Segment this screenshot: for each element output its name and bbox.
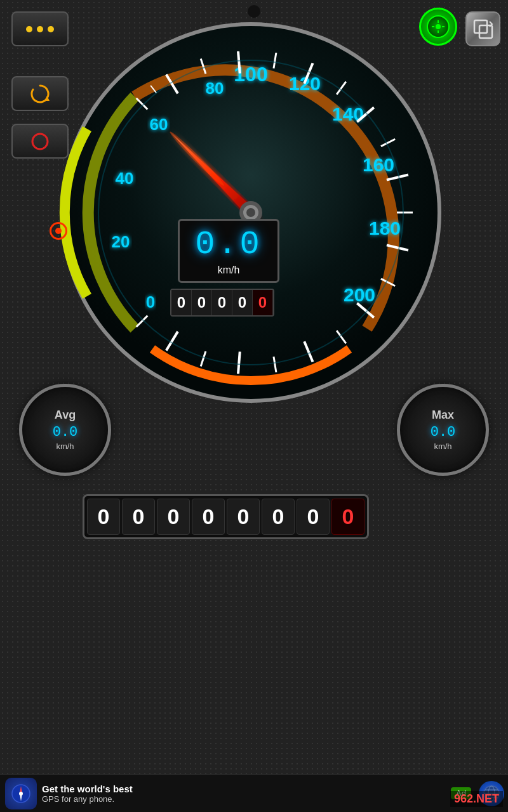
dot-2 [37, 26, 43, 32]
avg-unit: km/h [56, 442, 74, 451]
ad-bar[interactable]: Get the world's best GPS for any phone. … [0, 774, 508, 812]
max-unit: km/h [434, 442, 451, 451]
gps-icon [431, 20, 445, 34]
rotate-button[interactable] [465, 11, 500, 46]
svg-text:180: 180 [369, 218, 401, 239]
odo-digit-4: 0 [192, 499, 225, 535]
digital-speed-display: 0.0 km/h [178, 219, 279, 283]
odo-digit-1: 0 [87, 499, 120, 535]
dot-1 [26, 26, 32, 32]
svg-point-0 [436, 24, 441, 29]
refresh-button[interactable] [11, 76, 69, 111]
odo-digit-7: 0 [297, 499, 330, 535]
speedometer-container: 0 20 40 60 80 100 120 140 160 180 200 [57, 19, 451, 412]
odo-digit-2: 0 [122, 499, 155, 535]
avg-gauge: Avg 0.0 km/h [19, 384, 111, 476]
trip-digit-last: 0 [253, 290, 273, 315]
svg-text:20: 20 [112, 232, 130, 251]
svg-text:60: 60 [150, 115, 168, 134]
main-odometer: 0 0 0 0 0 0 0 0 [83, 494, 369, 539]
trip-digit-4: 0 [232, 290, 253, 315]
svg-rect-6 [479, 25, 492, 38]
trip-digit-3: 0 [212, 290, 232, 315]
svg-rect-5 [474, 20, 487, 33]
ad-app-icon [5, 778, 37, 809]
ad-text-line1: Get the world's best [42, 783, 451, 794]
record-icon [29, 131, 51, 152]
zero-indicator [50, 222, 67, 240]
svg-text:160: 160 [363, 154, 394, 175]
compass-icon [11, 783, 31, 804]
avg-label: Avg [55, 409, 76, 422]
svg-text:200: 200 [344, 284, 375, 305]
svg-point-8 [32, 134, 48, 149]
menu-button[interactable] [11, 11, 69, 46]
odo-digit-6: 0 [262, 499, 295, 535]
ad-text-line2: GPS for any phone. [42, 794, 451, 804]
max-gauge: Max 0.0 km/h [397, 384, 489, 476]
odo-digit-5: 0 [227, 499, 260, 535]
speed-value: 0.0 [190, 226, 267, 263]
avg-value: 0.0 [53, 424, 78, 440]
trip-odometer: 0 0 0 0 0 [170, 289, 274, 317]
svg-text:0: 0 [146, 292, 155, 311]
svg-text:40: 40 [116, 169, 134, 188]
max-label: Max [432, 409, 454, 422]
gps-inner-circle [427, 15, 450, 38]
record-button[interactable] [11, 124, 69, 159]
svg-point-50 [246, 208, 255, 217]
svg-line-27 [238, 51, 240, 74]
trip-digit-1: 0 [171, 290, 192, 315]
svg-point-54 [19, 792, 23, 796]
max-value: 0.0 [431, 424, 456, 440]
refresh-icon [29, 83, 51, 105]
odo-digit-last: 0 [331, 499, 364, 535]
rotate-icon [472, 18, 495, 41]
trip-digit-2: 0 [192, 290, 212, 315]
camera-dot [248, 5, 260, 18]
speed-unit: km/h [190, 265, 267, 276]
svg-text:80: 80 [206, 79, 224, 98]
svg-line-41 [238, 351, 240, 374]
watermark: 962.NET [450, 791, 503, 807]
odo-digit-3: 0 [157, 499, 190, 535]
dot-3 [48, 26, 54, 32]
speedometer-svg: 0 20 40 60 80 100 120 140 160 180 200 [57, 19, 444, 406]
gps-status-button[interactable] [419, 8, 457, 46]
zero-inner-dot [55, 228, 62, 234]
